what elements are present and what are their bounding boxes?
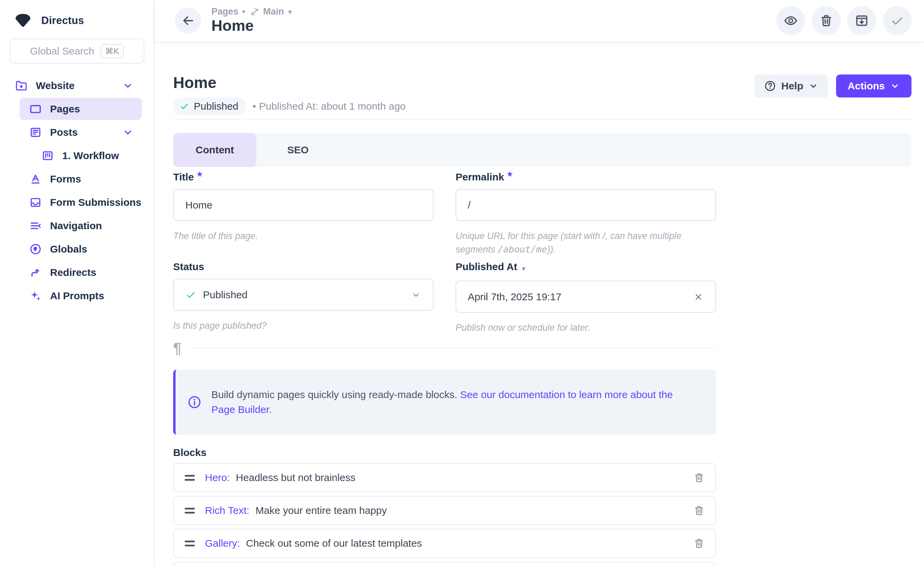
- sidebar-item-label: Form Submissions: [50, 197, 141, 208]
- block-title: Check out some of our latest templates: [246, 537, 422, 549]
- drag-handle-icon[interactable]: [184, 506, 195, 516]
- field-note: Is this page published?: [173, 319, 434, 333]
- archive-button[interactable]: [847, 6, 876, 35]
- breadcrumb[interactable]: Pages • Main ▾: [212, 7, 292, 17]
- block-row-hero[interactable]: Hero: Headless but not brainless: [173, 463, 716, 492]
- sidebar-item-label: Website: [36, 80, 74, 92]
- required-star-icon: ★: [196, 171, 202, 178]
- field-title: Title ★ Home The title of this page.: [173, 171, 434, 256]
- sidebar-item-ai-prompts[interactable]: AI Prompts: [0, 284, 154, 307]
- tab-seo[interactable]: SEO: [256, 133, 340, 167]
- header-actions: [776, 6, 912, 35]
- sidebar-item-redirects[interactable]: Redirects: [0, 260, 154, 284]
- field-note: Publish now or schedule for later.: [456, 321, 716, 334]
- status-badge-label: Published: [194, 101, 238, 112]
- check-icon: [185, 289, 196, 300]
- brand-row: Directus: [0, 0, 154, 28]
- note-code: /about/me: [498, 244, 547, 254]
- banner-text: Build dynamic pages quickly using ready-…: [212, 387, 695, 417]
- block-row-rich-text[interactable]: Rich Text: Make your entire team happy: [173, 496, 716, 525]
- check-icon: [179, 101, 189, 111]
- page-head-left: Home Published • Published At: about 1 m…: [173, 74, 405, 115]
- block-type-link[interactable]: Hero:: [205, 472, 230, 483]
- published-with-changes-icon: [250, 7, 260, 17]
- sparkles-icon: [29, 289, 42, 302]
- app-window: Directus Global Search ⌘K Website: [0, 0, 924, 566]
- field-note: Unique URL for this page (start with /, …: [456, 229, 716, 256]
- field-label-text: Title: [173, 171, 194, 183]
- sidebar-item-workflow[interactable]: 1. Workflow: [0, 144, 154, 167]
- sidebar-item-label: Forms: [50, 173, 81, 185]
- sidebar-nav: Website Pages Posts: [0, 74, 154, 307]
- sidebar-item-label: Posts: [50, 126, 78, 138]
- field-published-at: Published At ▾ April 7th, 2025 19:17 Pub…: [456, 261, 716, 334]
- sidebar-item-forms[interactable]: Forms: [0, 167, 154, 191]
- block-row-gallery[interactable]: Gallery: Check out some of our latest te…: [173, 529, 716, 558]
- sidebar-item-globals[interactable]: Globals: [0, 237, 154, 260]
- title-block: Pages • Main ▾ Home: [212, 7, 292, 34]
- page-title: Home: [212, 17, 292, 35]
- block-row-pricing[interactable]: Pricing: Plans to fit every budget: [173, 561, 716, 566]
- drag-handle-icon[interactable]: [184, 473, 195, 483]
- required-star-icon: ★: [507, 171, 513, 178]
- sidebar-item-posts[interactable]: Posts: [0, 120, 154, 144]
- actions-button[interactable]: Actions: [836, 74, 912, 98]
- form-grid: Title ★ Home The title of this page. Per…: [173, 171, 716, 334]
- published-at-value: April 7th, 2025 19:17: [468, 291, 693, 303]
- sidebar-item-label: AI Prompts: [50, 290, 104, 302]
- help-button[interactable]: Help: [754, 74, 828, 98]
- breadcrumb-version[interactable]: Main: [263, 7, 284, 17]
- note-text: Unique URL for this page (start with /, …: [456, 231, 681, 254]
- sidebar-item-label: Navigation: [50, 220, 102, 232]
- permalink-input[interactable]: /: [456, 189, 716, 221]
- status-select[interactable]: Published: [173, 278, 434, 311]
- directus-logo-icon: [14, 14, 32, 28]
- field-status: Status Published Is this page published?: [173, 261, 434, 334]
- trash-icon[interactable]: [693, 471, 705, 484]
- blocks-label: Blocks: [173, 447, 716, 458]
- chevron-down-icon[interactable]: [122, 80, 134, 92]
- preview-button[interactable]: [776, 6, 805, 35]
- workflow-board-icon: [41, 149, 54, 162]
- trash-icon[interactable]: [693, 537, 705, 549]
- pages-icon: [29, 102, 42, 116]
- sidebar-item-label: Redirects: [50, 267, 96, 278]
- check-icon: [890, 13, 905, 28]
- sidebar-item-navigation[interactable]: Navigation: [0, 214, 154, 237]
- sidebar-item-website[interactable]: Website: [0, 74, 154, 97]
- tab-content[interactable]: Content: [173, 133, 256, 167]
- trash-icon[interactable]: [693, 504, 705, 516]
- delete-button[interactable]: [812, 6, 841, 35]
- chevron-down-icon[interactable]: ▾: [288, 8, 292, 15]
- field-permalink: Permalink ★ / Unique URL for this page (…: [456, 171, 716, 256]
- global-search-input[interactable]: Global Search ⌘K: [9, 39, 144, 64]
- clear-x-icon[interactable]: [693, 292, 704, 302]
- back-button[interactable]: [175, 8, 201, 34]
- chevron-down-icon: [890, 81, 900, 91]
- banner-message: Build dynamic pages quickly using ready-…: [212, 389, 460, 400]
- chevron-down-icon[interactable]: [122, 126, 134, 138]
- drag-handle-icon[interactable]: [184, 539, 195, 548]
- pilcrow-icon[interactable]: ¶: [173, 340, 181, 356]
- field-label: Published At ▾: [456, 261, 716, 274]
- breadcrumb-collection[interactable]: Pages: [212, 7, 238, 17]
- save-button[interactable]: [883, 6, 912, 35]
- info-banner: Build dynamic pages quickly using ready-…: [173, 370, 716, 435]
- redirect-arrow-icon: [29, 266, 42, 279]
- help-circle-icon: [764, 80, 776, 92]
- arrow-left-icon: [181, 14, 195, 28]
- sidebar-item-form-submissions[interactable]: Form Submissions: [0, 191, 154, 214]
- field-label: Permalink ★: [456, 171, 716, 183]
- page-header: Pages • Main ▾ Home: [154, 0, 924, 42]
- eye-icon: [783, 13, 798, 28]
- title-input[interactable]: Home: [173, 189, 434, 221]
- published-at-input[interactable]: April 7th, 2025 19:17: [456, 281, 716, 313]
- block-type-link[interactable]: Rich Text:: [205, 505, 249, 516]
- sidebar-item-pages[interactable]: Pages: [0, 97, 154, 120]
- raw-value-caret-icon[interactable]: ▾: [522, 263, 525, 274]
- info-icon: [187, 395, 202, 409]
- chevron-down-icon: [411, 289, 422, 300]
- sidebar-item-label: Pages: [50, 103, 80, 115]
- block-type-link[interactable]: Gallery:: [205, 537, 240, 549]
- blocks-divider: ¶: [173, 340, 716, 356]
